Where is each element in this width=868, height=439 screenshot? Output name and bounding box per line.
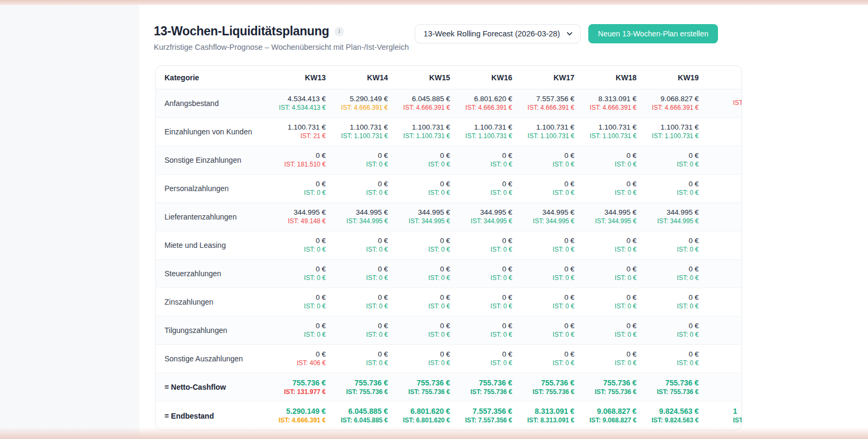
row-label: Einzahlungen von Kunden xyxy=(156,127,271,136)
clipped-value-cell: 1IST xyxy=(706,406,742,425)
ist-value: IST: 1.100.731 € xyxy=(582,132,637,141)
ist-value: IST: 0 € xyxy=(395,189,450,198)
plan-value: 755.736 € xyxy=(395,378,450,388)
ist-value-clipped: IST xyxy=(733,99,742,108)
plan-value: 0 € xyxy=(520,236,574,246)
value-cell: 0 €IST: 181.510 € xyxy=(271,151,333,169)
ist-value: IST: 8.313.091 € xyxy=(520,417,574,425)
plan-value: 0 € xyxy=(271,264,326,274)
value-cell: 0 €IST: 0 € xyxy=(395,264,458,283)
plan-value: 1.100.731 € xyxy=(333,123,388,132)
plan-value: 0 € xyxy=(271,179,326,189)
plan-value: 5.290.149 € xyxy=(271,406,326,417)
ist-value: IST: 0 € xyxy=(520,274,574,283)
ist-value: IST: 49.148 € xyxy=(271,217,326,226)
plan-value: 344.995 € xyxy=(520,208,574,217)
value-cell: 1.100.731 €IST: 1.100.731 € xyxy=(582,123,644,141)
plan-value: 9.068.827 € xyxy=(644,94,699,104)
table-body: Anfangsbestand4.534.413 €IST: 4.534.413 … xyxy=(156,89,742,430)
value-cell: 755.736 €IST: 755.736 € xyxy=(458,378,520,396)
ist-value: IST: 0 € xyxy=(458,302,512,311)
plan-value: 0 € xyxy=(271,236,326,246)
value-cell: 1.100.731 €IST: 21 € xyxy=(271,123,333,141)
table-row: Steuerzahlungen0 €IST: 0 €0 €IST: 0 €0 €… xyxy=(156,260,742,288)
plan-value: 0 € xyxy=(644,151,699,161)
value-cell: 5.290.149 €IST: 4.666.391 € xyxy=(333,94,395,112)
ist-value: IST: 0 € xyxy=(644,189,699,198)
plan-value: 755.736 € xyxy=(520,378,574,388)
plan-value: 0 € xyxy=(271,321,326,331)
value-cell: 0 €IST: 0 € xyxy=(582,236,644,254)
plan-value: 344.995 € xyxy=(582,208,637,217)
ist-value: IST: 0 € xyxy=(520,189,574,198)
value-cell: 0 €IST: 0 € xyxy=(395,151,458,169)
value-cell: 755.736 €IST: 131.977 € xyxy=(271,378,333,396)
row-label: Miete und Leasing xyxy=(156,241,271,249)
ist-value: IST: 1.100.731 € xyxy=(458,132,512,141)
plan-value: 5.290.149 € xyxy=(333,94,388,104)
ist-value: IST: 0 € xyxy=(644,302,699,311)
table-row: Einzahlungen von Kunden1.100.731 €IST: 2… xyxy=(156,118,742,146)
table-row: Lieferantenzahlungen344.995 €IST: 49.148… xyxy=(156,203,742,231)
value-cell: 0 €IST: 0 € xyxy=(644,350,706,368)
liquidity-table-card: KategorieKW13KW14KW15KW16KW17KW18KW19 An… xyxy=(155,65,742,430)
ist-value: IST: 0 € xyxy=(582,302,637,311)
plan-select-dropdown[interactable]: 13-Week Rolling Forecast (2026-03-28) xyxy=(415,24,581,43)
plan-value: 8.313.091 € xyxy=(520,406,574,417)
bottom-accent-bar xyxy=(0,427,868,439)
plan-value: 6.045.885 € xyxy=(395,94,450,104)
ist-value: IST: 4.666.391 € xyxy=(333,104,388,112)
ist-value-clipped: IST xyxy=(733,417,742,425)
plan-value: 0 € xyxy=(395,350,450,359)
plan-value: 0 € xyxy=(333,293,388,302)
value-cell: 8.313.091 €IST: 4.666.391 € xyxy=(582,94,644,112)
value-cell: 0 €IST: 0 € xyxy=(582,264,644,283)
value-cell: 755.736 €IST: 755.736 € xyxy=(395,378,458,396)
info-icon[interactable]: i xyxy=(334,27,344,36)
page-header: 13-Wochen-Liquiditätsplanung i Kurzfrist… xyxy=(154,24,853,51)
value-cell: 9.068.827 €IST: 9.068.827 € xyxy=(582,406,644,425)
value-cell: 8.313.091 €IST: 8.313.091 € xyxy=(520,406,582,425)
ist-value: IST: 0 € xyxy=(271,331,326,339)
plan-value: 0 € xyxy=(395,264,450,274)
create-plan-button[interactable]: Neuen 13-Wochen-Plan erstellen xyxy=(588,24,718,43)
ist-value: IST: 0 € xyxy=(333,359,388,368)
row-label: Sonstige Auszahlungen xyxy=(156,354,271,363)
value-cell: 6.801.620 €IST: 6.801.620 € xyxy=(395,406,458,425)
plan-value-clipped: 1 xyxy=(733,406,742,417)
ist-value: IST: 755.736 € xyxy=(582,388,637,397)
ist-value: IST: 755.736 € xyxy=(395,388,450,397)
plan-value: 6.045.885 € xyxy=(333,406,388,417)
plan-value: 0 € xyxy=(644,293,699,302)
table-row: Zinszahlungen0 €IST: 0 €0 €IST: 0 €0 €IS… xyxy=(156,288,742,316)
ist-value: IST: 755.736 € xyxy=(644,388,699,397)
ist-value: IST: 7.557.356 € xyxy=(458,417,512,425)
plan-value: 0 € xyxy=(271,293,326,302)
plan-value: 1.100.731 € xyxy=(520,123,574,132)
value-cell: 1.100.731 €IST: 1.100.731 € xyxy=(520,123,582,141)
plan-value: 344.995 € xyxy=(333,208,388,217)
column-header-week-kw17: KW17 xyxy=(520,73,582,82)
plan-value: 755.736 € xyxy=(458,378,512,388)
plan-value: 0 € xyxy=(520,321,574,331)
ist-value: IST: 0 € xyxy=(395,161,450,169)
value-cell: 0 €IST: 0 € xyxy=(582,321,644,339)
ist-value: IST: 344.995 € xyxy=(520,217,574,226)
value-cell: 0 €IST: 0 € xyxy=(458,151,520,169)
value-cell: 0 €IST: 0 € xyxy=(582,293,644,311)
value-cell: 0 €IST: 0 € xyxy=(333,236,395,254)
value-cell: 344.995 €IST: 344.995 € xyxy=(644,208,706,226)
ist-value: IST: 6.801.620 € xyxy=(395,417,450,425)
column-header-week-kw14: KW14 xyxy=(333,73,395,82)
ist-value: IST: 131.977 € xyxy=(271,388,326,397)
value-cell: 0 €IST: 0 € xyxy=(458,293,520,311)
value-cell: 0 €IST: 0 € xyxy=(458,321,520,339)
value-cell: 5.290.149 €IST: 4.666.391 € xyxy=(271,406,333,425)
table-row: = Netto-Cashflow755.736 €IST: 131.977 €7… xyxy=(156,373,742,402)
plan-value: 0 € xyxy=(582,321,637,331)
value-cell: 344.995 €IST: 344.995 € xyxy=(520,208,582,226)
plan-value: 0 € xyxy=(458,236,512,246)
plan-value: 4.534.413 € xyxy=(271,94,326,104)
plan-value: 1.100.731 € xyxy=(458,123,512,132)
value-cell: 344.995 €IST: 344.995 € xyxy=(582,208,644,226)
